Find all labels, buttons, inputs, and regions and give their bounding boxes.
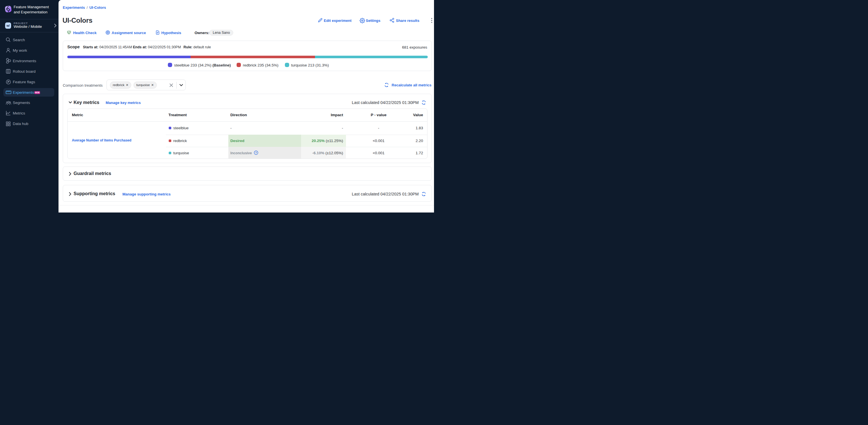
svg-text:?: ? [255, 151, 257, 154]
